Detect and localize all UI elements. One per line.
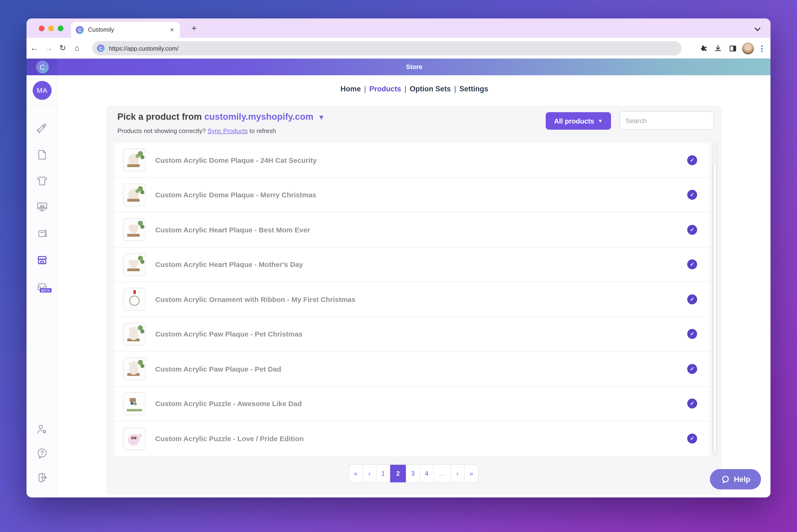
check-circle-icon[interactable]: ✓ — [687, 260, 697, 269]
product-row[interactable]: Custom Acrylic Heart Plaque - Mother's D… — [115, 247, 709, 282]
tab-title: Customily — [88, 26, 169, 33]
window-controls — [39, 25, 63, 31]
check-circle-icon[interactable]: ✓ — [687, 364, 697, 374]
store-domain-caret-icon[interactable]: ▼ — [318, 113, 325, 121]
customily-logo: C — [36, 61, 49, 73]
minimize-window-button[interactable] — [48, 25, 54, 31]
product-name: Custom Acrylic Paw Plaque - Pet Christma… — [155, 330, 687, 338]
browser-toolbar: ← → ↻ ⌂ C https://app.customily.com/ ⋮ — [26, 38, 771, 59]
browser-menu-icon[interactable]: ⋮ — [758, 44, 766, 53]
product-thumbnail — [123, 358, 146, 380]
nav-settings[interactable]: Settings — [459, 85, 488, 93]
browser-window: C Customily ✕ + ← → ↻ ⌂ C https://app.cu… — [26, 18, 771, 497]
monitor-mockup-icon[interactable] — [36, 201, 48, 213]
store-domain-dropdown[interactable]: customily.myshopify.com — [204, 112, 313, 122]
beta-badge: BETA — [40, 288, 52, 292]
product-row[interactable]: Custom Acrylic Puzzle - Awesome Like Dad… — [115, 386, 709, 421]
nav-separator: | — [454, 85, 456, 93]
reload-icon[interactable]: ↻ — [56, 43, 69, 53]
new-tab-button[interactable]: + — [188, 23, 200, 34]
zoom-window-button[interactable] — [58, 25, 63, 31]
product-thumbnail — [123, 288, 146, 311]
pagination-page-1[interactable]: 1 — [377, 465, 390, 482]
subtitle-prefix: Products not showing correctly? — [117, 127, 206, 134]
help-faq-icon[interactable] — [36, 447, 48, 460]
app-header-bar: C Store — [26, 59, 771, 75]
site-favicon: C — [97, 44, 105, 52]
document-icon[interactable] — [36, 149, 48, 161]
list-scrollbar-track[interactable] — [712, 143, 718, 456]
booklet-icon[interactable] — [36, 227, 48, 240]
product-thumbnail — [123, 253, 146, 276]
url-text: https://app.customily.com/ — [109, 45, 178, 52]
sidebar: MA — [26, 75, 58, 497]
forward-icon[interactable]: → — [42, 43, 55, 53]
pagination-last[interactable]: » — [464, 465, 478, 482]
tshirt-icon[interactable] — [36, 175, 48, 187]
product-row[interactable]: Custom Acrylic Heart Plaque - Best Mom E… — [115, 212, 709, 247]
pagination-page-2-active[interactable]: 2 — [390, 465, 406, 482]
tab-close-icon[interactable]: ✕ — [169, 26, 175, 34]
user-avatar[interactable]: MA — [33, 81, 52, 100]
top-navigation: Home|Products|Option Sets|Settings — [58, 85, 771, 93]
store-icon[interactable] — [36, 254, 48, 266]
check-circle-icon[interactable]: ✓ — [687, 434, 697, 444]
product-row[interactable]: Custom Acrylic Ornament with Ribbon - My… — [115, 282, 709, 317]
tab-strip: C Customily ✕ + — [26, 18, 771, 38]
logout-icon[interactable] — [36, 471, 48, 484]
product-name: Custom Acrylic Dome Plaque - 24H Cat Sec… — [155, 156, 687, 164]
back-icon[interactable]: ← — [28, 43, 41, 53]
check-circle-icon[interactable]: ✓ — [687, 329, 697, 339]
pagination-page-3[interactable]: 3 — [406, 465, 420, 482]
nav-products[interactable]: Products — [369, 85, 401, 93]
profile-avatar[interactable] — [742, 42, 754, 54]
check-circle-icon[interactable]: ✓ — [687, 294, 697, 304]
pagination-ellipsis[interactable]: … — [434, 465, 451, 482]
search-input[interactable] — [620, 111, 714, 130]
home-icon[interactable]: ⌂ — [71, 43, 83, 53]
picker-title: Pick a product from customily.myshopify.… — [117, 112, 325, 122]
help-button[interactable]: Help — [710, 469, 761, 489]
product-row[interactable]: Custom Acrylic Paw Plaque - Pet Dad ✓ — [115, 352, 709, 386]
product-thumbnail — [123, 184, 146, 206]
pagination-prev[interactable]: ‹ — [363, 465, 377, 482]
filter-caret-icon: ▼ — [598, 118, 603, 124]
main-content: Home|Products|Option Sets|Settings Pick … — [58, 75, 771, 497]
check-circle-icon[interactable]: ✓ — [687, 155, 697, 165]
nav-option-sets[interactable]: Option Sets — [410, 85, 451, 93]
product-thumbnail — [123, 428, 146, 450]
address-bar[interactable]: C https://app.customily.com/ — [92, 41, 682, 55]
product-name: Custom Acrylic Ornament with Ribbon - My… — [155, 295, 687, 303]
product-name: Custom Acrylic Heart Plaque - Best Mom E… — [155, 226, 687, 234]
app-header-title: Store — [58, 59, 771, 75]
list-scrollbar-thumb[interactable] — [713, 162, 717, 452]
all-products-filter-button[interactable]: All products ▼ — [546, 112, 611, 130]
rocket-icon[interactable] — [36, 122, 48, 135]
pagination-first[interactable]: « — [349, 465, 363, 482]
product-name: Custom Acrylic Heart Plaque - Mother's D… — [155, 261, 687, 269]
product-thumbnail — [123, 149, 146, 172]
sync-products-link[interactable]: Sync Products — [208, 127, 248, 134]
close-window-button[interactable] — [39, 25, 44, 31]
product-row[interactable]: Custom Acrylic Dome Plaque - Merry Chris… — [115, 178, 709, 212]
extensions-puzzle-icon[interactable] — [698, 43, 708, 54]
product-row[interactable]: Custom Acrylic Puzzle - Love / Pride Edi… — [115, 421, 709, 456]
picker-title-prefix: Pick a product from — [117, 112, 202, 122]
tab-search-chevron-icon[interactable] — [755, 25, 760, 30]
product-row[interactable]: Custom Acrylic Paw Plaque - Pet Christma… — [115, 317, 709, 352]
pagination-page-4[interactable]: 4 — [420, 465, 434, 482]
customily-favicon: C — [76, 26, 84, 34]
check-circle-icon[interactable]: ✓ — [687, 399, 697, 409]
check-circle-icon[interactable]: ✓ — [687, 225, 697, 235]
product-row[interactable]: Custom Acrylic Dome Plaque - 24H Cat Sec… — [115, 143, 709, 178]
nav-home[interactable]: Home — [341, 85, 361, 93]
product-name: Custom Acrylic Dome Plaque - Merry Chris… — [155, 191, 687, 199]
product-picker-card: Pick a product from customily.myshopify.… — [106, 106, 722, 495]
download-icon[interactable] — [713, 43, 723, 54]
pagination-next[interactable]: › — [451, 465, 464, 482]
side-panel-icon[interactable] — [727, 43, 738, 54]
product-name: Custom Acrylic Puzzle - Awesome Like Dad — [155, 400, 687, 408]
account-settings-icon[interactable] — [36, 423, 48, 435]
check-circle-icon[interactable]: ✓ — [687, 190, 697, 200]
browser-tab[interactable]: C Customily ✕ — [71, 22, 180, 38]
